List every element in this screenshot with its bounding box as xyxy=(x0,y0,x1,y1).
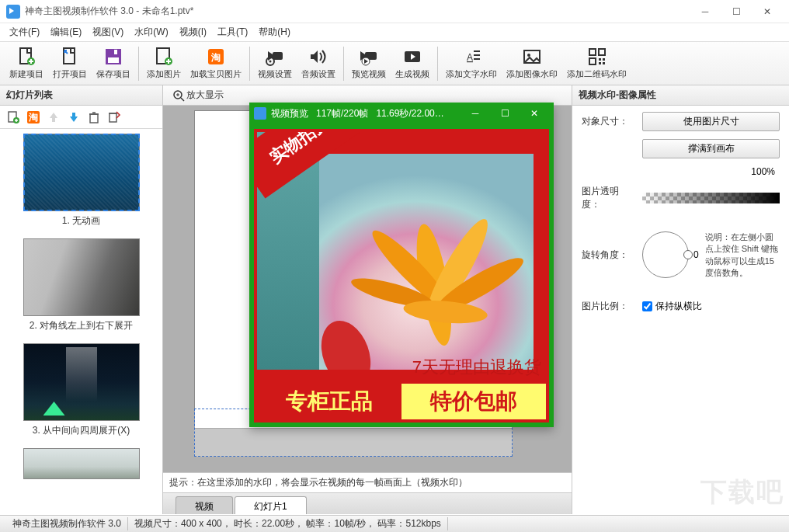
slide-list-title: 幻灯片列表 xyxy=(0,85,162,106)
preview-minimize-button[interactable]: ─ xyxy=(461,108,490,119)
status-info: 视频尺寸：400 x 400， 时长：22.00秒， 帧率：10帧/秒， 码率：… xyxy=(128,517,448,530)
properties-title: 视频水印-图像属性 xyxy=(572,85,789,106)
svg-rect-21 xyxy=(589,58,596,64)
svg-point-12 xyxy=(269,61,272,63)
generate-video-button[interactable]: 生成视频 xyxy=(391,43,434,84)
tab-slide1[interactable]: 幻灯片1 xyxy=(235,496,307,514)
move-up-icon[interactable] xyxy=(45,109,62,126)
window-titlebar: 神奇主图视频制作软件 3.0 - 未命名1.ptv* ─ ☐ ✕ xyxy=(0,0,789,23)
menu-view[interactable]: 视图(V) xyxy=(89,24,127,40)
svg-rect-19 xyxy=(589,49,596,55)
svg-rect-31 xyxy=(109,113,116,122)
svg-rect-20 xyxy=(599,49,605,55)
bottom-text-left: 专柜正品 xyxy=(257,384,401,419)
tao-slide-icon[interactable]: 淘 xyxy=(25,109,42,126)
preview-titlebar[interactable]: 视频预览 117帧/220帧 11.69秒/22.00… ─ ☐ ✕ xyxy=(249,103,554,124)
svg-rect-23 xyxy=(603,58,605,61)
opacity-value: 100% xyxy=(582,166,780,177)
svg-point-18 xyxy=(527,54,530,57)
menu-tool[interactable]: 工具(T) xyxy=(214,24,251,40)
status-app: 神奇主图视频制作软件 3.0 xyxy=(6,517,128,530)
close-button[interactable]: ✕ xyxy=(752,0,783,23)
new-project-button[interactable]: 新建项目 xyxy=(5,43,48,84)
svg-rect-22 xyxy=(599,58,601,61)
svg-rect-25 xyxy=(603,62,605,64)
opacity-label: 图片透明度： xyxy=(582,185,636,211)
preview-close-button[interactable]: ✕ xyxy=(520,108,549,119)
open-project-button[interactable]: 打开项目 xyxy=(48,43,92,84)
status-bar: 神奇主图视频制作软件 3.0 视频尺寸：400 x 400， 时长：22.00秒… xyxy=(0,515,789,532)
svg-rect-4 xyxy=(108,57,119,63)
add-image-button[interactable]: 添加图片 xyxy=(142,43,186,84)
add-slide-icon[interactable] xyxy=(5,109,22,126)
save-project-button[interactable]: 保存项目 xyxy=(92,43,135,84)
preview-frame: 117帧/220帧 xyxy=(316,107,368,120)
return-text: 7天无理由退换货 xyxy=(412,356,541,379)
bottom-text-right: 特价包邮 xyxy=(401,384,546,419)
svg-rect-24 xyxy=(599,62,601,64)
preview-title: 视频预览 xyxy=(271,107,308,120)
audio-settings-button[interactable]: 音频设置 xyxy=(297,43,340,84)
fill-canvas-button[interactable]: 撑满到画布 xyxy=(642,139,780,158)
minimize-button[interactable]: ─ xyxy=(690,0,721,23)
app-icon xyxy=(6,5,20,19)
load-baobei-button[interactable]: 淘加载宝贝图片 xyxy=(186,43,246,84)
preview-app-icon xyxy=(254,107,266,120)
menubar: 文件(F) 编辑(E) 视图(V) 水印(W) 视频(I) 工具(T) 帮助(H… xyxy=(0,23,789,42)
preview-time: 11.69秒/22.00… xyxy=(376,107,443,120)
main-toolbar: 新建项目 打开项目 保存项目 添加图片 淘加载宝贝图片 视频设置 音频设置 预览… xyxy=(0,42,789,85)
video-settings-button[interactable]: 视频设置 xyxy=(253,43,297,84)
image-watermark-button[interactable]: 添加图像水印 xyxy=(502,43,562,84)
keep-ratio-checkbox[interactable]: 保持纵横比 xyxy=(642,300,702,313)
menu-watermark[interactable]: 水印(W) xyxy=(131,24,171,40)
ratio-label: 图片比例： xyxy=(582,300,636,313)
menu-help[interactable]: 帮助(H) xyxy=(255,24,294,40)
delete-slide-icon[interactable] xyxy=(85,109,103,126)
tab-video[interactable]: 视频 xyxy=(176,496,233,514)
properties-panel: 视频水印-图像属性 对象尺寸： 使用图片尺寸 撑满到画布 100% 图片透明度：… xyxy=(572,85,789,514)
zoom-in-button[interactable]: 放大显示 xyxy=(169,89,227,102)
svg-rect-30 xyxy=(90,114,98,123)
move-down-icon[interactable] xyxy=(65,109,82,126)
svg-point-39 xyxy=(319,314,379,370)
text-watermark-button[interactable]: A添加文字水印 xyxy=(441,43,502,84)
svg-text:A: A xyxy=(467,52,473,63)
window-title: 神奇主图视频制作软件 3.0 - 未命名1.ptv* xyxy=(25,5,193,18)
menu-edit[interactable]: 编辑(E) xyxy=(47,24,85,40)
site-watermark: 下载吧 xyxy=(700,475,784,510)
slide-item[interactable]: 3. 从中间向四周展开(X) xyxy=(11,343,151,437)
rotate-value: 0 xyxy=(693,249,699,260)
menu-file[interactable]: 文件(F) xyxy=(6,24,43,40)
svg-rect-10 xyxy=(273,52,283,60)
video-preview-window: 视频预览 117帧/220帧 11.69秒/22.00… ─ ☐ ✕ xyxy=(249,103,554,427)
menu-video[interactable]: 视频(I) xyxy=(176,24,210,40)
svg-text:淘: 淘 xyxy=(28,112,38,123)
hint-text: 提示：在这里添加的水印，将会显示在视频的每一帧画面上（视频水印） xyxy=(163,472,572,492)
rotate-description: 说明：在左侧小圆点上按住 Shift 键拖动鼠标可以生成15度倍数角。 xyxy=(705,231,780,280)
slide-toolbar: 淘 xyxy=(0,106,162,129)
slide-list[interactable]: 1. 无动画 2. 对角线左上到右下展开 3. 从中间向四周展开(X) xyxy=(0,129,162,514)
slide-item[interactable] xyxy=(11,448,151,479)
maximize-button[interactable]: ☐ xyxy=(721,0,752,23)
clear-slides-icon[interactable] xyxy=(106,109,123,126)
preview-maximize-button[interactable]: ☐ xyxy=(490,108,520,119)
opacity-slider[interactable] xyxy=(642,193,780,203)
svg-rect-5 xyxy=(114,50,117,54)
rotate-label: 旋转角度： xyxy=(582,231,636,262)
use-image-size-button[interactable]: 使用图片尺寸 xyxy=(642,112,780,131)
canvas-tabs: 视频 幻灯片1 xyxy=(163,492,572,514)
preview-canvas: 实物拍摄 7天无理由退换货 专柜正品 特价包邮 xyxy=(254,129,549,422)
slide-item[interactable]: 2. 对角线左上到右下展开 xyxy=(11,238,151,332)
qrcode-watermark-button[interactable]: 添加二维码水印 xyxy=(562,43,631,84)
object-size-label: 对象尺寸： xyxy=(582,115,636,128)
preview-video-button[interactable]: 预览视频 xyxy=(347,43,391,84)
slide-list-panel: 幻灯片列表 淘 1. 无动画 2. 对角线左上到右下展开 3. 从中间向四周展开… xyxy=(0,85,163,514)
slide-item[interactable]: 1. 无动画 xyxy=(11,134,151,228)
rotate-dial[interactable] xyxy=(642,231,689,278)
svg-text:淘: 淘 xyxy=(210,52,221,63)
